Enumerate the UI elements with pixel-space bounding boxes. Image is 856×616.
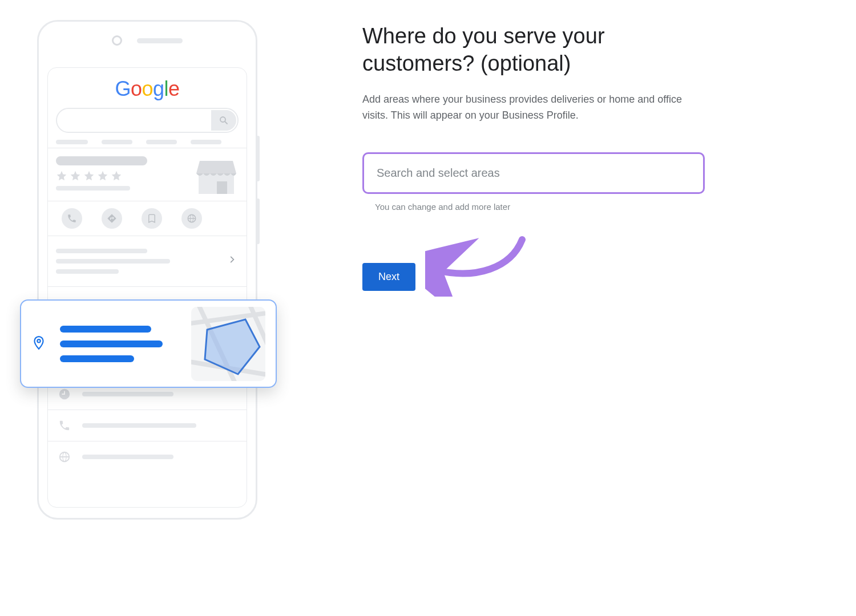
- chevron-right-icon: [228, 256, 236, 266]
- mock-info-row-phone: [48, 410, 247, 441]
- placeholder-line: [56, 156, 147, 165]
- phone-mock-frame: G o o g l e: [37, 20, 257, 520]
- svg-rect-4: [217, 181, 227, 194]
- placeholder-line: [56, 186, 130, 191]
- phone-side-button: [256, 198, 260, 244]
- service-area-card-highlight: [20, 299, 277, 388]
- logo-letter: G: [115, 77, 131, 101]
- map-pin-icon: [31, 335, 46, 352]
- placeholder-lines: [60, 318, 177, 370]
- page-heading: Where do you serve your customers? (opti…: [362, 23, 705, 77]
- globe-icon: [58, 451, 71, 463]
- clock-icon: [58, 388, 71, 400]
- map-thumbnail: [191, 307, 265, 381]
- bookmark-icon: [142, 208, 162, 229]
- logo-letter: o: [131, 77, 142, 101]
- annotation-arrow-icon: [425, 234, 539, 297]
- phone-notch: [39, 35, 256, 46]
- placeholder-line: [82, 392, 173, 396]
- logo-letter: e: [168, 77, 180, 101]
- mock-info-row-website: [48, 441, 247, 472]
- input-hint: You can change and add more later: [375, 202, 705, 212]
- directions-icon: [102, 208, 122, 229]
- logo-letter: g: [153, 77, 164, 101]
- svg-marker-3: [196, 161, 236, 173]
- mock-search-bar: [56, 108, 239, 133]
- storefront-icon: [194, 154, 239, 201]
- phone-icon: [62, 208, 82, 229]
- search-icon: [211, 110, 236, 131]
- placeholder-line: [82, 423, 196, 428]
- phone-screen: G o o g l e: [47, 67, 247, 508]
- phone-speaker-slit: [137, 38, 183, 43]
- phone-side-button: [256, 136, 260, 181]
- phone-icon: [58, 419, 71, 432]
- mock-business-card: [48, 148, 247, 201]
- mock-description-block: [48, 236, 247, 286]
- page-description: Add areas where your business provides d…: [362, 92, 705, 124]
- phone-camera-dot: [112, 35, 122, 46]
- svg-rect-2: [199, 173, 234, 194]
- mock-tabs: [56, 140, 239, 144]
- svg-point-5: [37, 339, 40, 342]
- google-logo: G o o g l e: [48, 77, 247, 101]
- globe-icon: [181, 208, 202, 229]
- next-button[interactable]: Next: [362, 263, 415, 291]
- area-search-wrapper: [362, 152, 705, 194]
- svg-line-1: [225, 121, 227, 124]
- mock-action-row: [48, 201, 247, 236]
- area-search-input[interactable]: [364, 154, 703, 192]
- placeholder-line: [82, 455, 173, 459]
- logo-letter: o: [142, 77, 153, 101]
- logo-letter: l: [164, 77, 169, 101]
